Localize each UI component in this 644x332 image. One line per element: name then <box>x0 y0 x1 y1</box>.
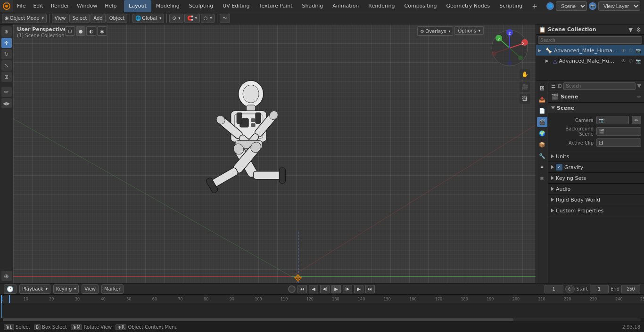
prev-frame-btn[interactable]: ◀ <box>309 285 318 293</box>
prop-view-layer-icon[interactable]: 📄 <box>537 105 547 116</box>
outliner-render-btn-1[interactable]: 📷 <box>635 58 642 64</box>
measure-tool-btn[interactable]: ◀▶ <box>1 98 12 108</box>
keying-sets-section-header[interactable]: Keying Sets <box>548 173 644 183</box>
tab-shading[interactable]: Shading <box>297 0 328 12</box>
timeline-ruler[interactable]: /* ruler marks rendered below */ 1 10 20… <box>0 295 644 303</box>
add-menu[interactable]: Add <box>91 14 105 23</box>
outliner-visibility-btn-0[interactable]: 👁 <box>620 48 627 53</box>
prop-world-icon[interactable]: 🌍 <box>537 128 547 138</box>
tab-uv-editing[interactable]: UV Editing <box>218 0 254 12</box>
overlays-btn[interactable]: ⚙ Overlays ▾ <box>417 26 453 36</box>
tab-animation[interactable]: Animation <box>328 0 363 12</box>
audio-section-header[interactable]: Audio <box>548 184 644 194</box>
end-frame-input[interactable] <box>621 285 640 293</box>
props-search-input[interactable] <box>563 82 635 90</box>
outliner-visibility-btn-1[interactable]: 👁 <box>620 58 627 64</box>
outliner-search-input[interactable] <box>538 36 642 44</box>
select-menu[interactable]: Select <box>69 14 90 23</box>
menu-render[interactable]: Render <box>47 0 73 12</box>
prop-modifier-icon[interactable]: 🔧 <box>537 151 547 161</box>
current-frame-input[interactable] <box>545 285 563 293</box>
menu-edit[interactable]: Edit <box>29 0 47 12</box>
tab-layout[interactable]: Layout <box>124 0 151 12</box>
outliner-expand-0[interactable]: ▶ <box>538 48 544 53</box>
timeline-scrollbar-track[interactable] <box>3 318 641 321</box>
scale-tool-btn[interactable]: ⤡ <box>1 60 12 71</box>
scene-section-header[interactable]: Scene <box>548 103 644 113</box>
nav-hand-btn[interactable]: ✋ <box>520 69 530 80</box>
nav-camera-btn[interactable]: 🎥 <box>520 81 530 92</box>
outliner-select-btn-1[interactable]: ⬡ <box>628 58 634 64</box>
prop-physics-icon[interactable]: ⚛ <box>537 173 547 184</box>
menu-window[interactable]: Window <box>73 0 101 12</box>
options-btn[interactable]: Options ▾ <box>454 26 484 35</box>
gravity-section-header[interactable]: ✓ Gravity <box>548 162 644 172</box>
rotate-tool-btn[interactable]: ↻ <box>1 49 12 59</box>
rigid-body-world-section-header[interactable]: Rigid Body World <box>548 194 644 205</box>
rendered-mode-btn[interactable]: ◉ <box>97 26 107 36</box>
proportional-editing[interactable]: ○ ▾ <box>201 14 215 23</box>
timeline-keying-menu[interactable]: Keying ▾ <box>53 284 79 294</box>
annotate-tool-btn[interactable]: ✏ <box>1 87 12 97</box>
timeline-view-menu[interactable]: View <box>82 284 99 294</box>
timeline-track[interactable] <box>0 303 644 318</box>
outliner-expand-1[interactable]: ▶ <box>545 58 551 63</box>
transform-tool-btn[interactable]: ⊞ <box>1 72 12 82</box>
prop-particles-icon[interactable]: ✦ <box>537 162 547 172</box>
tab-rendering[interactable]: Rendering <box>363 0 399 12</box>
timeline-scrollbar[interactable] <box>0 318 644 322</box>
custom-props-section-header[interactable]: Custom Properties <box>548 205 644 216</box>
prop-render-icon[interactable]: 🖥 <box>537 83 547 93</box>
prop-object-icon[interactable]: 📦 <box>537 139 547 150</box>
outliner-select-btn-0[interactable]: ⬡ <box>628 48 634 53</box>
axis-gizmo[interactable]: X Y Z <box>491 29 528 68</box>
camera-edit-btn[interactable]: ✏ <box>632 116 641 124</box>
viewport-canvas[interactable]: X Y Z <box>13 24 536 283</box>
background-scene-value[interactable]: 🎬 <box>596 127 641 136</box>
props-scene-edit-btn[interactable]: ✏ <box>637 94 641 99</box>
prop-scene-icon[interactable]: 🎬 <box>537 117 547 127</box>
cursor-tool-btn[interactable]: ⊕ <box>1 26 12 37</box>
jump-start-btn[interactable]: ⏮ <box>297 285 307 293</box>
add-tool-btn[interactable]: ⊕ <box>1 271 12 281</box>
play-btn[interactable]: ▶ <box>331 285 341 293</box>
outliner-add-btn[interactable]: ⚙ <box>636 26 641 33</box>
tab-compositing[interactable]: Compositing <box>400 0 442 12</box>
view-layer-selector[interactable]: View Layer <box>598 1 640 11</box>
wireframe-mode-btn[interactable]: ⬡ <box>65 26 75 36</box>
outliner-item-0[interactable]: ▶ 🦴 Advanced_Male_Humanoid_R 👁 ⬡ 📷 <box>536 45 644 56</box>
grease-pencil-toggle[interactable]: 〜 <box>220 14 230 23</box>
camera-value[interactable]: 📷 <box>596 116 629 124</box>
prop-output-icon[interactable]: 📤 <box>537 94 547 105</box>
outliner-render-btn-0[interactable]: 📷 <box>635 48 642 53</box>
move-tool-btn[interactable]: ✛ <box>1 38 12 48</box>
tab-scripting[interactable]: Scripting <box>495 0 527 12</box>
tab-add[interactable]: + <box>527 0 542 12</box>
snap-toggle[interactable]: 🧲 ▾ <box>184 14 200 23</box>
outliner-filter-btn[interactable]: ▼ <box>628 26 633 33</box>
active-clip-value[interactable]: 🎞 <box>596 138 641 147</box>
mode-selector[interactable]: ◉ Object Mode ▾ <box>2 14 47 23</box>
jump-end-btn[interactable]: ⏭ <box>365 285 375 293</box>
pivot-selector[interactable]: ⊙ ▾ <box>169 14 183 23</box>
tab-modeling[interactable]: Modeling <box>151 0 184 12</box>
prev-keyframe-btn[interactable]: ◀| <box>320 285 330 293</box>
view-menu[interactable]: View <box>52 14 69 23</box>
timeline-marker-menu[interactable]: Marker <box>101 284 124 294</box>
units-section-header[interactable]: Units <box>548 151 644 162</box>
menu-help[interactable]: Help <box>101 0 120 12</box>
tab-geometry-nodes[interactable]: Geometry Nodes <box>441 0 495 12</box>
material-mode-btn[interactable]: ◐ <box>86 26 96 36</box>
tab-sculpting[interactable]: Sculpting <box>184 0 218 12</box>
timeline-type-selector[interactable]: 🕐 <box>4 284 17 294</box>
timeline-playback-menu[interactable]: Playback ▾ <box>19 284 50 294</box>
gravity-checkbox[interactable]: ✓ <box>556 164 562 170</box>
tab-texture-paint[interactable]: Texture Paint <box>255 0 297 12</box>
transform-global-selector[interactable]: 🌐 Global ▾ <box>132 14 164 23</box>
record-btn[interactable] <box>288 285 296 293</box>
start-frame-input[interactable] <box>590 285 609 293</box>
outliner-item-1[interactable]: ▶ △ Advanced_Male_Humanc 👁 ⬡ 📷 <box>536 56 644 66</box>
next-frame-btn[interactable]: ▶ <box>354 285 363 293</box>
nav-photo-btn[interactable]: 🖼 <box>520 94 530 104</box>
menu-file[interactable]: File <box>13 0 29 12</box>
